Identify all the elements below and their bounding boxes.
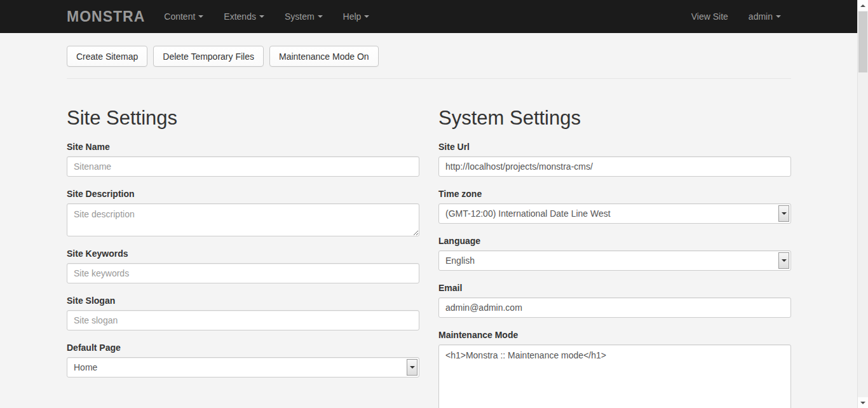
- site-slogan-input[interactable]: [67, 310, 419, 330]
- site-settings-title: Site Settings: [67, 107, 419, 130]
- nav-item-view-site[interactable]: View Site: [681, 0, 738, 33]
- site-name-field: Site Name: [67, 142, 419, 177]
- chevron-down-icon: [198, 15, 203, 18]
- email-input[interactable]: [438, 297, 791, 318]
- scrollbar-down-arrow[interactable]: [858, 397, 868, 408]
- maintenance-mode-field: Maintenance Mode <h1>Monstra :: Maintena…: [438, 330, 791, 408]
- timezone-select[interactable]: (GMT-12:00) International Date Line West: [438, 203, 791, 224]
- dropdown-arrow-icon: [407, 359, 417, 376]
- scrollbar-up-arrow[interactable]: [858, 0, 868, 11]
- main-menu: Content Extends System Help: [154, 0, 379, 33]
- language-label: Language: [438, 236, 791, 246]
- select-value: Home: [67, 358, 419, 377]
- maintenance-mode-textarea[interactable]: <h1>Monstra :: Maintenance mode</h1>: [438, 344, 791, 408]
- site-url-input[interactable]: [438, 156, 791, 177]
- nav-item-label: Help: [343, 11, 362, 22]
- chevron-down-icon: [364, 15, 369, 18]
- scrollbar-thumb[interactable]: [858, 11, 867, 72]
- scrollbar[interactable]: [857, 0, 868, 408]
- site-keywords-label: Site Keywords: [67, 248, 419, 259]
- site-name-input[interactable]: [67, 156, 419, 177]
- nav-item-label: Extends: [224, 11, 256, 22]
- site-name-label: Site Name: [67, 142, 419, 152]
- system-settings-title: System Settings: [438, 107, 791, 130]
- chevron-down-icon: [318, 15, 323, 18]
- delete-temporary-files-button[interactable]: Delete Temporary Files: [153, 46, 264, 67]
- language-select[interactable]: English: [438, 250, 791, 271]
- main-content: Create Sitemap Delete Temporary Files Ma…: [67, 46, 791, 408]
- site-description-label: Site Description: [67, 189, 419, 199]
- brand-logo[interactable]: MONSTRA: [67, 8, 145, 25]
- select-value: (GMT-12:00) International Date Line West: [439, 204, 790, 223]
- site-description-textarea[interactable]: [67, 203, 419, 236]
- nav-item-label: Content: [164, 11, 195, 22]
- site-slogan-label: Site Slogan: [67, 296, 419, 306]
- nav-item-system[interactable]: System: [275, 0, 333, 33]
- email-field: Email: [438, 283, 791, 318]
- site-keywords-field: Site Keywords: [67, 248, 419, 283]
- chevron-down-icon: [776, 15, 781, 18]
- nav-item-content[interactable]: Content: [154, 0, 214, 33]
- navbar-inner: MONSTRA Content Extends System Help View…: [67, 0, 791, 33]
- maintenance-mode-label: Maintenance Mode: [438, 330, 791, 340]
- nav-item-label: View Site: [691, 11, 728, 22]
- site-keywords-input[interactable]: [67, 263, 419, 283]
- nav-item-label: System: [285, 11, 315, 22]
- user-menu: View Site admin: [681, 0, 791, 33]
- settings-columns: Site Settings Site Name Site Description…: [67, 79, 791, 408]
- site-url-label: Site Url: [438, 142, 791, 152]
- top-navbar: MONSTRA Content Extends System Help View…: [0, 0, 868, 33]
- actions-toolbar: Create Sitemap Delete Temporary Files Ma…: [67, 46, 791, 67]
- nav-item-help[interactable]: Help: [333, 0, 380, 33]
- select-value: English: [439, 251, 790, 270]
- chevron-down-icon: [259, 15, 264, 18]
- nav-item-admin[interactable]: admin: [738, 0, 791, 33]
- arrow-up-icon: [860, 4, 865, 7]
- site-url-field: Site Url: [438, 142, 791, 177]
- nav-item-label: admin: [749, 11, 773, 22]
- email-label: Email: [438, 283, 791, 293]
- create-sitemap-button[interactable]: Create Sitemap: [67, 46, 147, 67]
- site-description-field: Site Description: [67, 189, 419, 236]
- maintenance-mode-on-button[interactable]: Maintenance Mode On: [269, 46, 379, 67]
- system-settings-section: System Settings Site Url Time zone (GMT-…: [438, 79, 791, 408]
- default-page-field: Default Page Home: [67, 343, 419, 377]
- site-settings-section: Site Settings Site Name Site Description…: [67, 79, 419, 408]
- nav-item-extends[interactable]: Extends: [214, 0, 275, 33]
- site-slogan-field: Site Slogan: [67, 296, 419, 330]
- default-page-label: Default Page: [67, 343, 419, 353]
- arrow-down-icon: [860, 402, 865, 404]
- dropdown-arrow-icon: [778, 252, 789, 269]
- default-page-select[interactable]: Home: [67, 357, 419, 377]
- timezone-field: Time zone (GMT-12:00) International Date…: [438, 189, 791, 224]
- timezone-label: Time zone: [438, 189, 791, 199]
- dropdown-arrow-icon: [778, 205, 789, 222]
- language-field: Language English: [438, 236, 791, 271]
